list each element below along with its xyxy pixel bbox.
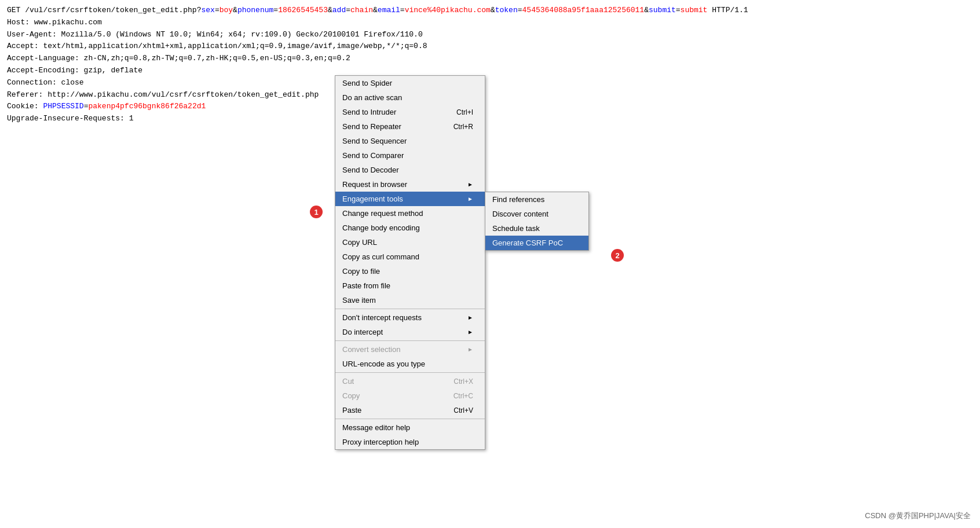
separator-2 xyxy=(335,340,485,341)
request-method: GET /vul/csrf/csrftoken/token_get_edit.p… xyxy=(7,6,201,14)
submenu-arrow-dont-intercept: ► xyxy=(467,314,473,321)
badge-1: 1 xyxy=(310,206,323,218)
menu-send-spider[interactable]: Send to Spider xyxy=(335,76,485,90)
menu-copy-url[interactable]: Copy URL xyxy=(335,235,485,250)
badge-2: 2 xyxy=(611,249,624,262)
submenu-arrow-convert: ► xyxy=(467,346,473,353)
separator-3 xyxy=(335,372,485,373)
menu-cut: Cut Ctrl+X xyxy=(335,374,485,388)
menu-send-repeater[interactable]: Send to Repeater Ctrl+R xyxy=(335,119,485,134)
submenu-arrow-do-intercept: ► xyxy=(467,329,473,335)
menu-change-encoding[interactable]: Change body encoding xyxy=(335,221,485,235)
request-cookie: Cookie: PHPSESSID=pakenp4pfc96bgnk86f26a… xyxy=(7,101,973,113)
menu-copy-file[interactable]: Copy to file xyxy=(335,264,485,278)
request-line-1: GET /vul/csrf/csrftoken/token_get_edit.p… xyxy=(7,5,973,17)
request-user-agent: User-Agent: Mozilla/5.0 (Windows NT 10.0… xyxy=(7,29,973,41)
menu-save-item[interactable]: Save item xyxy=(335,293,485,307)
menu-copy: Copy Ctrl+C xyxy=(335,388,485,403)
watermark: CSDN @黄乔国PHP|JAVA|安全 xyxy=(865,511,971,521)
request-accept: Accept: text/html,application/xhtml+xml,… xyxy=(7,41,973,53)
menu-schedule-task[interactable]: Schedule task xyxy=(485,221,588,236)
menu-send-comparer[interactable]: Send to Comparer xyxy=(335,148,485,163)
submenu-arrow-engagement: ► xyxy=(467,196,473,202)
menu-generate-csrf[interactable]: Generate CSRF PoC xyxy=(485,236,588,250)
menu-find-references[interactable]: Find references xyxy=(485,192,588,207)
menu-url-encode[interactable]: URL-encode as you type xyxy=(335,357,485,371)
menu-send-intruder[interactable]: Send to Intruder Ctrl+I xyxy=(335,105,485,119)
menu-paste[interactable]: Paste Ctrl+V xyxy=(335,403,485,417)
menu-convert-selection: Convert selection ► xyxy=(335,342,485,357)
menu-send-sequencer[interactable]: Send to Sequencer xyxy=(335,134,485,148)
context-menu: Send to Spider Do an active scan Send to… xyxy=(335,75,485,450)
request-accept-lang: Accept-Language: zh-CN,zh;q=0.8,zh-TW;q=… xyxy=(7,53,973,65)
request-referer: Referer: http://www.pikachu.com/vul/csrf… xyxy=(7,89,973,101)
separator-1 xyxy=(335,309,485,309)
request-upgrade: Upgrade-Insecure-Requests: 1 xyxy=(7,113,973,125)
menu-dont-intercept[interactable]: Don't intercept requests ► xyxy=(335,310,485,325)
menu-do-intercept[interactable]: Do intercept ► xyxy=(335,325,485,339)
menu-change-method[interactable]: Change request method xyxy=(335,206,485,221)
separator-4 xyxy=(335,419,485,419)
menu-msg-editor-help[interactable]: Message editor help xyxy=(335,420,485,435)
menu-engagement-tools-container: Engagement tools ► Find references Disco… xyxy=(335,192,485,206)
menu-discover-content[interactable]: Discover content xyxy=(485,207,588,221)
menu-engagement-tools[interactable]: Engagement tools ► xyxy=(335,192,485,206)
engagement-submenu: Find references Discover content Schedul… xyxy=(485,192,589,251)
menu-proxy-intercept-help[interactable]: Proxy interception help xyxy=(335,435,485,449)
submenu-arrow-browser: ► xyxy=(467,181,473,188)
menu-copy-curl[interactable]: Copy as curl command xyxy=(335,250,485,264)
menu-send-decoder[interactable]: Send to Decoder xyxy=(335,163,485,177)
menu-request-browser[interactable]: Request in browser ► xyxy=(335,177,485,192)
request-area: GET /vul/csrf/csrftoken/token_get_edit.p… xyxy=(0,0,980,130)
request-accept-enc: Accept-Encoding: gzip, deflate xyxy=(7,65,973,77)
request-host: Host: www.pikachu.com xyxy=(7,17,973,29)
menu-paste-file[interactable]: Paste from file xyxy=(335,278,485,293)
menu-active-scan[interactable]: Do an active scan xyxy=(335,90,485,105)
request-connection: Connection: close xyxy=(7,77,973,89)
